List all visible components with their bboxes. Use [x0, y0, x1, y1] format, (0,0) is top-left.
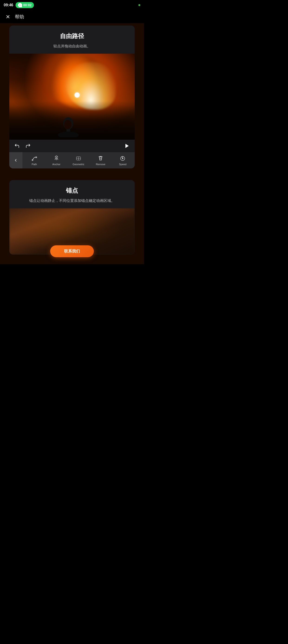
toolbar-left — [13, 142, 32, 150]
card1-image — [9, 54, 135, 140]
status-right — [138, 4, 140, 6]
play-icon — [124, 143, 130, 149]
remove-icon — [97, 155, 104, 162]
status-left: 09:46 00:02 — [4, 2, 34, 8]
svg-point-5 — [64, 120, 72, 129]
signal-dot — [138, 4, 140, 6]
card2-title: 锚点 — [14, 186, 130, 195]
anchor-icon — [53, 155, 60, 162]
tool-path-label: Path — [32, 163, 37, 166]
svg-point-4 — [58, 132, 79, 137]
card1-subtitle: 轻点并拖动自由动画。 — [14, 44, 130, 49]
tool-speed-label: Speed — [119, 163, 126, 166]
undo-icon — [14, 143, 20, 149]
contact-button[interactable]: 联系我们 — [50, 245, 94, 257]
playback-controls — [9, 140, 135, 152]
status-time: 09:46 — [4, 3, 13, 7]
speed-icon — [120, 155, 126, 162]
whatsapp-call-badge: 00:02 — [16, 2, 34, 8]
contact-button-wrap: 联系我们 — [0, 245, 144, 264]
back-chevron-icon — [14, 158, 18, 163]
tool-path[interactable]: Path — [28, 155, 41, 166]
card-anchor: 锚点 锚点让动画静止，不同位置添加锚点确定动画区域。 — [9, 180, 135, 255]
tools-back-button[interactable] — [9, 152, 22, 168]
spacer — [0, 171, 144, 178]
undo-button[interactable] — [13, 142, 21, 150]
tool-anchor-label: Anchor — [52, 163, 60, 166]
whatsapp-icon — [18, 3, 22, 7]
call-time: 00:02 — [23, 3, 32, 7]
header: 帮助 — [0, 10, 144, 23]
path-icon — [31, 155, 38, 162]
card2-text-section: 锚点 锚点让动画静止，不同位置添加锚点确定动画区域。 — [9, 180, 135, 208]
card-free-path: 自由路径 轻点并拖动自由动画。 — [9, 26, 135, 168]
close-button[interactable] — [4, 12, 12, 21]
tool-geometric-label: Geometric — [73, 163, 84, 166]
geometric-icon — [75, 155, 82, 162]
svg-point-17 — [122, 158, 123, 159]
tool-icons-row: Path Anchor — [9, 152, 135, 168]
tool-remove-label: Remove — [96, 163, 106, 166]
control-dot — [74, 92, 80, 98]
redo-icon — [25, 143, 31, 149]
background-area: 自由路径 轻点并拖动自由动画。 — [0, 23, 144, 264]
card1-title: 自由路径 — [14, 32, 130, 40]
tool-items: Path Anchor — [22, 152, 135, 168]
page-title: 帮助 — [15, 14, 24, 20]
svg-marker-6 — [126, 144, 129, 148]
card1-text-section: 自由路径 轻点并拖动自由动画。 — [9, 26, 135, 54]
tool-geometric[interactable]: Geometric — [72, 155, 86, 166]
svg-point-9 — [56, 157, 57, 158]
close-icon — [5, 14, 11, 20]
tool-speed[interactable]: Speed — [116, 155, 130, 166]
status-bar: 09:46 00:02 — [0, 0, 144, 10]
tool-remove[interactable]: Remove — [94, 155, 108, 166]
person-silhouette — [50, 91, 87, 137]
play-button[interactable] — [123, 142, 131, 150]
card2-subtitle: 锚点让动画静止，不同位置添加锚点确定动画区域。 — [14, 198, 130, 204]
tool-anchor[interactable]: Anchor — [50, 155, 64, 166]
redo-button[interactable] — [24, 142, 32, 150]
card1-toolbar: Path Anchor — [9, 140, 135, 168]
